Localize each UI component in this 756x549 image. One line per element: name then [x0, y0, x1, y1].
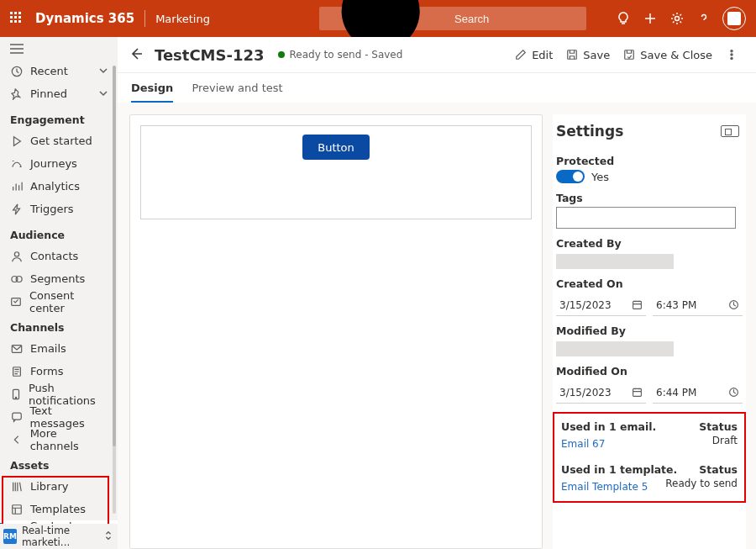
chevron-left-icon: [10, 434, 24, 446]
sidebar-item-emails[interactable]: Emails: [0, 337, 118, 360]
modified-on-time-value: 6:44 PM: [656, 387, 696, 399]
sidebar-item-segments[interactable]: Segments: [0, 267, 118, 290]
save-button[interactable]: Save: [559, 41, 617, 68]
sidebar-item-analytics[interactable]: Analytics: [0, 175, 118, 198]
template-status: Ready to send: [665, 478, 738, 493]
sidebar-section-assets: Assets: [0, 451, 118, 475]
journey-icon: [10, 158, 24, 170]
person-icon: [10, 251, 24, 262]
tab-bar: Design Preview and test: [118, 72, 756, 103]
save-close-button[interactable]: Save & Close: [617, 41, 719, 68]
sidebar-item-label: Consent center: [29, 289, 108, 314]
save-button-label: Save: [583, 49, 610, 61]
sidebar-item-label: Push notifications: [29, 382, 108, 407]
sidebar-item-library[interactable]: Library: [0, 475, 118, 498]
svg-rect-23: [633, 388, 642, 396]
status-header-2: Status: [699, 463, 738, 476]
svg-point-18: [731, 50, 732, 51]
hamburger-button[interactable]: [0, 37, 118, 58]
sidebar: Recent Pinned Engagement Get started Jou…: [0, 37, 118, 549]
svg-point-19: [731, 54, 732, 55]
settings-title: Settings: [556, 123, 623, 140]
area-badge: RM: [3, 529, 17, 544]
add-icon[interactable]: [637, 5, 664, 32]
sidebar-item-more-channels[interactable]: More channels: [0, 428, 118, 451]
edit-button-label: Edit: [532, 49, 553, 61]
sidebar-item-get-started[interactable]: Get started: [0, 129, 118, 152]
modified-by-label: Modified By: [556, 325, 743, 337]
tab-design[interactable]: Design: [131, 73, 173, 103]
lightning-icon: [10, 203, 24, 215]
sidebar-item-journeys[interactable]: Journeys: [0, 152, 118, 175]
created-on-time-value: 6:43 PM: [656, 299, 696, 311]
sidebar-item-forms[interactable]: Forms: [0, 360, 118, 383]
analytics-icon: [10, 181, 24, 193]
protected-label: Protected: [556, 155, 743, 167]
created-on-label: Created On: [556, 277, 743, 290]
modified-on-time[interactable]: 6:44 PM: [653, 382, 743, 404]
protected-toggle[interactable]: [556, 170, 585, 183]
area-switcher-label: Real-time marketi...: [22, 525, 104, 548]
sidebar-item-label: Contacts: [30, 250, 78, 262]
sidebar-item-label: Forms: [30, 365, 64, 377]
mail-icon: [10, 343, 24, 355]
sidebar-item-recent[interactable]: Recent: [0, 60, 118, 82]
tab-preview[interactable]: Preview and test: [192, 73, 282, 103]
sms-icon: [10, 411, 23, 423]
overflow-button[interactable]: [719, 41, 744, 68]
chevron-down-icon: [99, 65, 108, 77]
sidebar-item-label: Segments: [30, 272, 85, 285]
expand-pane-icon[interactable]: [721, 125, 739, 137]
used-in-template-header: Used in 1 template.: [561, 463, 677, 476]
app-launcher-icon[interactable]: [10, 12, 24, 25]
app-name: Dynamics 365: [35, 11, 134, 26]
created-on-date[interactable]: 3/15/2023: [556, 294, 646, 316]
sidebar-section-channels: Channels: [0, 313, 118, 337]
divider: [144, 10, 145, 27]
help-icon[interactable]: [690, 5, 717, 32]
email-status: Draft: [712, 435, 738, 450]
search-box[interactable]: [319, 7, 586, 30]
sidebar-item-label: Recent: [30, 65, 68, 77]
tags-input[interactable]: [556, 207, 736, 229]
sidebar-item-triggers[interactable]: Triggers: [0, 198, 118, 220]
sidebar-item-contacts[interactable]: Contacts: [0, 245, 118, 267]
avatar[interactable]: [722, 7, 746, 30]
svg-point-1: [675, 17, 680, 21]
sidebar-item-push[interactable]: Push notifications: [0, 383, 118, 405]
segments-icon: [10, 273, 24, 285]
area-switcher[interactable]: RM Real-time marketi...: [0, 524, 118, 549]
svg-rect-16: [568, 50, 577, 60]
edit-button[interactable]: Edit: [508, 41, 559, 68]
form-icon: [10, 366, 24, 377]
sidebar-item-text[interactable]: Text messages: [0, 405, 118, 428]
sidebar-item-templates[interactable]: Templates: [0, 498, 118, 520]
library-icon: [10, 481, 24, 493]
usage-panel: Used in 1 email.Status Email 67Draft Use…: [553, 412, 746, 503]
template-link[interactable]: Email Template 5: [561, 481, 648, 493]
design-canvas[interactable]: Button: [129, 114, 543, 549]
email-link[interactable]: Email 67: [561, 438, 605, 450]
calendar-icon: [632, 299, 643, 310]
sidebar-item-consent[interactable]: Consent center: [0, 290, 118, 313]
search-input[interactable]: [454, 13, 580, 25]
gear-icon[interactable]: [664, 5, 690, 32]
svg-rect-21: [633, 301, 642, 309]
sidebar-scrollbar[interactable]: [113, 66, 116, 514]
created-on-date-value: 3/15/2023: [559, 299, 612, 311]
module-name: Marketing: [155, 13, 210, 25]
status-header: Status: [699, 420, 738, 433]
record-header: TestCMS-123 Ready to send - Saved Edit S…: [118, 37, 756, 72]
sidebar-item-label: More channels: [30, 427, 108, 452]
sidebar-item-pinned[interactable]: Pinned: [0, 82, 118, 105]
back-button[interactable]: [129, 47, 143, 63]
demo-button[interactable]: Button: [302, 135, 370, 160]
sidebar-item-label: Text messages: [29, 404, 108, 430]
created-on-time[interactable]: 6:43 PM: [653, 294, 743, 316]
chevron-down-icon: [99, 87, 108, 100]
settings-pane: Settings Protected Yes Tags Created By: [553, 114, 746, 549]
status-text: Ready to send - Saved: [290, 49, 403, 61]
lightbulb-icon[interactable]: [610, 5, 637, 32]
modified-on-date[interactable]: 3/15/2023: [556, 382, 646, 404]
svg-rect-9: [13, 389, 19, 399]
